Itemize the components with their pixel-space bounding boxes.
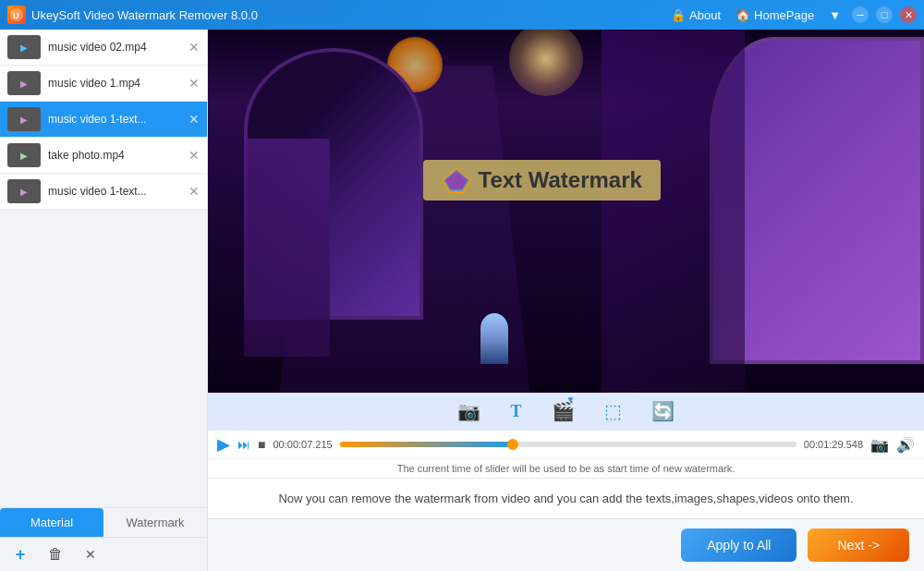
watermark-overlay: Text Watermark bbox=[423, 160, 661, 200]
remove-file-icon[interactable]: ✕ bbox=[188, 184, 200, 199]
svg-text:U: U bbox=[13, 11, 19, 20]
step-button[interactable]: ⏭ bbox=[237, 437, 250, 452]
apply-to-all-button[interactable]: Apply to All bbox=[681, 528, 796, 562]
add-file-button[interactable]: + bbox=[7, 541, 33, 567]
add-image-tool[interactable]: 📷 bbox=[450, 396, 488, 426]
scene-decoration bbox=[509, 30, 583, 96]
watermark-text: Text Watermark bbox=[479, 167, 642, 193]
titlebar: U UkeySoft Video Watermark Remover 8.0.0… bbox=[0, 0, 924, 30]
list-item[interactable]: ▶ music video 02.mp4 ✕ bbox=[0, 30, 207, 66]
file-thumbnail: ▶ bbox=[7, 71, 41, 95]
file-name: music video 1.mp4 bbox=[48, 77, 185, 90]
trash-icon: 🗑 bbox=[48, 546, 63, 563]
close-button[interactable]: ✕ bbox=[900, 6, 917, 23]
file-thumbnail: ▶ bbox=[7, 107, 41, 131]
app-logo-icon: U bbox=[7, 6, 26, 24]
list-item[interactable]: ▶ music video 1-text... ✕ bbox=[0, 174, 207, 210]
tab-material[interactable]: Material bbox=[0, 508, 103, 537]
main-layout: ▶ music video 02.mp4 ✕ ▶ music video 1.m… bbox=[0, 30, 924, 571]
remove-watermark-icon: ⬚ bbox=[604, 400, 622, 422]
file-thumbnail: ▶ bbox=[7, 35, 41, 59]
clear-files-button[interactable]: ✕ bbox=[78, 541, 103, 567]
add-video-tool[interactable]: 🎬 bbox=[544, 396, 582, 426]
remove-file-icon[interactable]: ✕ bbox=[188, 76, 200, 91]
file-name: music video 1-text... bbox=[48, 185, 185, 198]
screenshot-button[interactable]: 📷 bbox=[870, 436, 889, 454]
app-title: UkeySoft Video Watermark Remover 8.0.0 bbox=[31, 8, 671, 22]
remove-file-icon[interactable]: ✕ bbox=[188, 40, 200, 55]
stop-button[interactable]: ■ bbox=[258, 437, 265, 452]
file-thumbnail: ▶ bbox=[7, 179, 41, 203]
play-button[interactable]: ▶ bbox=[217, 434, 230, 455]
scene-decoration bbox=[244, 139, 330, 357]
maximize-button[interactable]: □ bbox=[876, 6, 893, 23]
scene-decoration bbox=[602, 30, 745, 393]
file-toolbar: + 🗑 ✕ bbox=[0, 537, 207, 571]
scene-decoration bbox=[480, 313, 508, 364]
current-time: 00:00:07.215 bbox=[273, 439, 332, 450]
next-button[interactable]: Next -> bbox=[808, 528, 909, 562]
video-frame: Text Watermark bbox=[208, 30, 924, 393]
add-text-icon: T bbox=[510, 402, 521, 421]
player-controls: ▶ ⏭ ■ 00:00:07.215 00:01:29.548 📷 🔊 bbox=[208, 430, 924, 458]
toolbar-dropdown-arrow: ▼ bbox=[566, 395, 576, 405]
add-text-tool[interactable]: T bbox=[503, 398, 529, 425]
volume-button[interactable]: 🔊 bbox=[896, 436, 915, 454]
tab-watermark[interactable]: Watermark bbox=[103, 508, 207, 537]
transform-tool[interactable]: 🔄 bbox=[644, 396, 682, 426]
edit-toolbar: ▼ 📷 T 🎬 ⬚ 🔄 bbox=[208, 393, 924, 430]
progress-fill bbox=[340, 442, 514, 447]
video-player: Text Watermark bbox=[208, 30, 924, 393]
content-area: Text Watermark ▼ 📷 T 🎬 ⬚ 🔄 bbox=[208, 30, 924, 571]
delete-file-button[interactable]: 🗑 bbox=[43, 541, 68, 567]
dropdown-icon[interactable]: ▼ bbox=[829, 8, 841, 22]
list-item[interactable]: ▶ music video 1.mp4 ✕ bbox=[0, 66, 207, 102]
sidebar: ▶ music video 02.mp4 ✕ ▶ music video 1.m… bbox=[0, 30, 208, 571]
remove-file-icon[interactable]: ✕ bbox=[188, 112, 200, 127]
action-bar: Apply to All Next -> bbox=[208, 518, 924, 571]
transform-icon: 🔄 bbox=[651, 400, 675, 422]
file-thumbnail: ▶ bbox=[7, 143, 41, 167]
home-icon: 🏠 bbox=[736, 8, 750, 22]
list-item[interactable]: ▶ take photo.mp4 ✕ bbox=[0, 138, 207, 174]
file-name: take photo.mp4 bbox=[48, 149, 185, 162]
file-name: music video 02.mp4 bbox=[48, 41, 185, 54]
progress-bar[interactable] bbox=[340, 442, 796, 447]
add-image-icon: 📷 bbox=[457, 400, 480, 422]
end-time: 00:01:29.548 bbox=[804, 439, 863, 450]
window-controls: ─ □ ✕ bbox=[852, 6, 917, 23]
progress-thumb bbox=[507, 439, 518, 450]
hint-text: The current time of slider will be used … bbox=[208, 458, 924, 478]
tab-bar: Material Watermark bbox=[0, 507, 207, 537]
watermark-diamond-icon bbox=[442, 167, 471, 193]
file-name: music video 1-text... bbox=[48, 113, 185, 126]
remove-watermark-tool[interactable]: ⬚ bbox=[597, 396, 629, 426]
list-item[interactable]: ▶ music video 1-text... ✕ bbox=[0, 102, 207, 138]
file-list: ▶ music video 02.mp4 ✕ ▶ music video 1.m… bbox=[0, 30, 207, 507]
description-text: Now you can remove the watermark from vi… bbox=[208, 478, 924, 518]
minimize-button[interactable]: ─ bbox=[852, 6, 869, 23]
about-link[interactable]: 🔒 About bbox=[671, 8, 721, 22]
title-nav: 🔒 About 🏠 HomePage ▼ bbox=[671, 8, 841, 22]
lock-icon: 🔒 bbox=[671, 8, 686, 22]
remove-file-icon[interactable]: ✕ bbox=[188, 148, 200, 163]
homepage-link[interactable]: 🏠 HomePage bbox=[736, 8, 814, 22]
